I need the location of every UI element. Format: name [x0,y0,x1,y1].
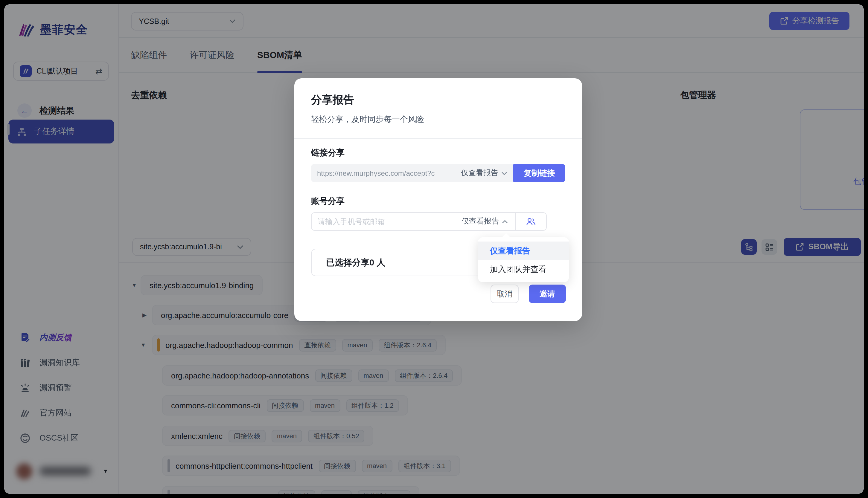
divider [294,138,582,139]
chevron-up-icon [502,220,508,223]
cancel-button[interactable]: 取消 [491,285,519,303]
account-permission-select[interactable]: 仅查看报告 [462,217,515,226]
chevron-down-icon [501,171,507,175]
modal-title: 分享报告 [311,93,354,107]
account-permission-value: 仅查看报告 [462,217,499,226]
account-input[interactable] [312,217,462,226]
account-share-label: 账号分享 [311,196,345,207]
link-permission-select[interactable]: 仅查看报告 [461,168,507,178]
share-link-url: https://new.murphysec.com/accept?c [317,169,457,177]
dropdown-item-join-team[interactable]: 加入团队并查看 [478,260,569,279]
link-permission-value: 仅查看报告 [461,168,498,178]
dropdown-item-view-only[interactable]: 仅查看报告 [478,241,569,260]
user-group-icon [526,217,536,226]
app-window: 墨菲安全 CLI默认项目 ⇄ ← 检测结果 子任务详情 [4,4,864,494]
selected-people-text: 已选择分享0 人 [326,257,385,268]
share-report-modal: 分享报告 轻松分享，及时同步每一个风险 链接分享 https://new.mur… [294,78,582,321]
copy-link-button[interactable]: 复制链接 [513,164,565,182]
modal-subtitle: 轻松分享，及时同步每一个风险 [311,114,424,125]
link-share-label: 链接分享 [311,148,345,158]
share-link-field[interactable]: https://new.murphysec.com/accept?c 仅查看报告 [311,164,513,182]
account-share-row: 仅查看报告 [311,212,547,231]
permission-dropdown: 仅查看报告 加入团队并查看 [478,237,569,282]
link-share-row: https://new.murphysec.com/accept?c 仅查看报告… [311,164,565,182]
invite-button[interactable]: 邀请 [529,285,566,303]
contacts-picker-button[interactable] [515,213,546,230]
